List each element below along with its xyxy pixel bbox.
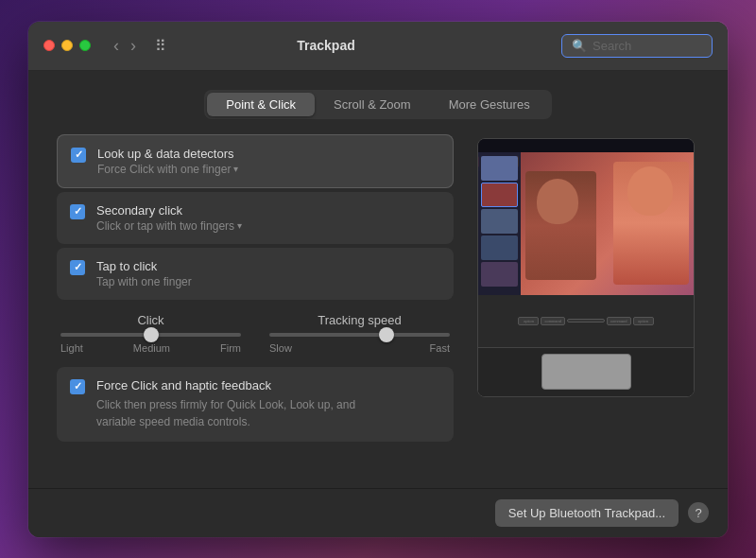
key-option-right: option (633, 317, 654, 325)
key-command-right: command (607, 317, 631, 325)
click-slider-thumb[interactable] (144, 327, 159, 342)
window-title: Trackpad (102, 38, 550, 53)
help-button[interactable]: ? (688, 502, 709, 523)
person1-face (627, 166, 673, 216)
keyboard-area: option command command option (478, 295, 694, 347)
screen-sidebar (478, 152, 521, 295)
screen-content (478, 139, 694, 295)
key-option-left: option (518, 317, 539, 325)
trackpad-visual (541, 354, 631, 390)
sidebar-thumb-5 (481, 262, 518, 287)
macbook-preview: option command command option (477, 138, 695, 397)
sidebar-thumb-4 (481, 235, 518, 260)
tracking-slider-title: Tracking speed (318, 313, 401, 327)
secondary-click-label: Secondary click (96, 203, 242, 218)
lookup-setting: Look up & data detectors Force Click wit… (57, 134, 454, 188)
key-space (567, 319, 605, 323)
photo-main (521, 152, 694, 295)
person2 (525, 171, 596, 280)
settings-panel: Look up & data detectors Force Click wit… (57, 134, 454, 469)
force-click-description: Click then press firmly for Quick Look, … (96, 396, 370, 430)
traffic-lights (43, 40, 91, 51)
lookup-checkbox[interactable] (71, 148, 86, 163)
search-input[interactable] (593, 39, 702, 53)
lookup-sublabel: Force Click with one finger ▾ (97, 163, 238, 176)
tracking-slider-labels: Slow Fast (269, 342, 450, 354)
bottom-bar: Set Up Bluetooth Trackpad... ? (28, 488, 728, 537)
screen-topbar (478, 139, 694, 152)
force-click-label: Force Click and haptic feedback (96, 378, 370, 392)
content-area: Point & Click Scroll & Zoom More Gesture… (28, 71, 728, 488)
click-slider-labels: Light Medium Firm (60, 342, 241, 354)
secondary-click-sublabel: Click or tap with two fingers ▾ (96, 219, 242, 233)
sidebar-thumb-2 (481, 183, 518, 207)
tab-point-click[interactable]: Point & Click (207, 93, 315, 116)
lookup-text: Look up & data detectors Force Click wit… (97, 147, 238, 176)
tab-bar: Point & Click Scroll & Zoom More Gesture… (204, 90, 551, 119)
click-label-light: Light (60, 342, 83, 354)
sidebar-thumb-1 (481, 156, 518, 181)
search-box[interactable]: 🔍 (561, 34, 713, 58)
trackpad-area (478, 347, 694, 396)
main-area: Look up & data detectors Force Click wit… (57, 134, 699, 469)
click-slider-group: Click Light Medium Firm (60, 313, 241, 354)
tab-more-gestures[interactable]: More Gestures (430, 93, 549, 116)
tap-to-click-setting: Tap to click Tap with one finger (57, 248, 454, 300)
person1 (613, 162, 689, 285)
click-slider-track[interactable] (60, 333, 241, 337)
person2-face (537, 179, 578, 224)
force-click-checkbox[interactable] (70, 379, 85, 394)
tracking-label-slow: Slow (269, 342, 292, 354)
tap-to-click-label: Tap to click (96, 259, 192, 273)
lookup-label: Look up & data detectors (97, 147, 238, 161)
click-label-firm: Firm (220, 342, 241, 354)
bluetooth-setup-button[interactable]: Set Up Bluetooth Trackpad... (495, 499, 679, 527)
tap-to-click-checkbox[interactable] (70, 260, 85, 275)
secondary-click-checkbox[interactable] (70, 204, 85, 219)
close-button[interactable] (43, 40, 55, 51)
tracking-slider-track[interactable] (269, 333, 450, 337)
click-slider-title: Click (137, 313, 163, 327)
tracking-slider-group: Tracking speed Slow Fast (269, 313, 450, 354)
maximize-button[interactable] (79, 40, 91, 51)
tap-to-click-text: Tap to click Tap with one finger (96, 259, 192, 288)
keyboard-row-1: option command command option (518, 317, 653, 325)
trackpad-window: ‹ › ⠿ Trackpad 🔍 Point & Click Scroll & … (28, 22, 728, 537)
secondary-click-dropdown-arrow[interactable]: ▾ (237, 220, 242, 231)
secondary-click-text: Secondary click Click or tap with two fi… (96, 203, 242, 233)
sliders-section: Click Light Medium Firm Tracking speed (57, 304, 454, 363)
titlebar: ‹ › ⠿ Trackpad 🔍 (28, 22, 728, 71)
lookup-dropdown-arrow[interactable]: ▾ (233, 164, 238, 174)
search-icon: 🔍 (572, 39, 587, 53)
force-click-section: Force Click and haptic feedback Click th… (57, 367, 454, 442)
secondary-click-setting: Secondary click Click or tap with two fi… (57, 192, 454, 244)
minimize-button[interactable] (61, 40, 73, 51)
tab-scroll-zoom[interactable]: Scroll & Zoom (315, 93, 430, 116)
click-label-medium: Medium (133, 342, 170, 354)
tracking-label-fast: Fast (430, 342, 450, 354)
tracking-slider-thumb[interactable] (379, 327, 394, 342)
sidebar-thumb-3 (481, 209, 518, 234)
tap-to-click-sublabel: Tap with one finger (96, 275, 192, 288)
screen-area (478, 139, 694, 295)
preview-panel: option command command option (472, 134, 699, 469)
force-click-text: Force Click and haptic feedback Click th… (96, 378, 370, 430)
key-command-left: command (541, 317, 565, 325)
